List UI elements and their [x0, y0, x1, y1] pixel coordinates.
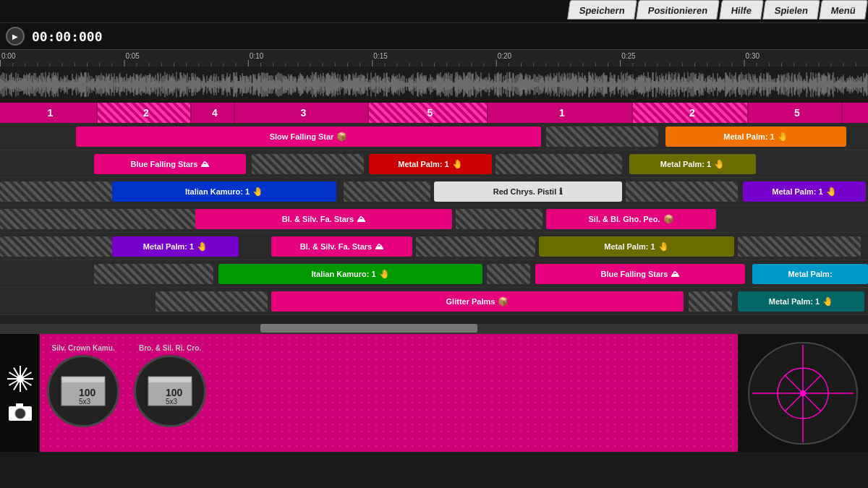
segment-2[interactable]: 2 — [633, 103, 749, 123]
positionieren-button[interactable]: Positionieren — [636, 0, 720, 20]
svg-point-14 — [15, 408, 25, 419]
track-clip-3-3[interactable]: Sil. & Bl. Gho. Peo.📦 — [546, 209, 716, 229]
clip-icon-0-0: 📦 — [336, 132, 347, 142]
svg-rect-15 — [16, 403, 23, 408]
track-clip-3-0[interactable] — [0, 209, 195, 229]
play-button[interactable]: ▶ — [6, 27, 25, 46]
track-clip-1-2[interactable]: Metal Palm: 1🤚 — [369, 154, 492, 174]
clip-icon-6-3: 🤚 — [822, 296, 833, 307]
clip-icon-4-2: ⛰ — [375, 241, 383, 252]
starburst-svg — [6, 364, 35, 393]
track-row-5: Italian Kamuro: 1🤚Blue Falling Stars⛰Met… — [0, 260, 868, 288]
track-clip-6-0[interactable] — [156, 291, 268, 312]
clip-icon-2-5: 🤚 — [826, 187, 837, 197]
track-clip-5-2[interactable] — [487, 264, 530, 284]
clip-icon-3-1: ⛰ — [357, 214, 365, 224]
h-scrollbar[interactable] — [0, 324, 868, 333]
track-row-2: Italian Kamuro: 1🤚Red Chrys. PistilℹMeta… — [0, 178, 868, 205]
camera-svg — [7, 401, 33, 422]
track-clip-4-3[interactable] — [416, 236, 535, 257]
clip-icon-6-1: 📦 — [498, 296, 509, 307]
track-clip-1-0[interactable]: Blue Falling Stars⛰ — [94, 154, 246, 174]
track-clip-5-3[interactable]: Blue Falling Stars⛰ — [535, 264, 745, 284]
track-clip-1-1[interactable] — [252, 154, 364, 174]
bottom-center: Silv. Crown Kamu.Bro. & Sil. Ri. Cro. — [40, 334, 738, 452]
clip-icon-1-2: 🤚 — [452, 159, 463, 169]
segment-1[interactable]: 1 — [0, 103, 98, 123]
top-nav: SpeichernPositionierenHilfeSpielenMenü — [569, 0, 868, 20]
clip-icon-4-1: 🤚 — [197, 241, 208, 252]
track-row-6: Glitter Palms📦Metal Palm: 1🤚 — [0, 288, 868, 315]
timecode-display: 00:00:000 — [32, 29, 103, 44]
menu-button[interactable]: Menü — [819, 0, 868, 20]
segment-3[interactable]: 3 — [235, 103, 369, 123]
spielen-button[interactable]: Spielen — [762, 0, 820, 20]
track-clip-4-0[interactable] — [0, 236, 112, 257]
segment-4[interactable]: 4 — [192, 103, 235, 123]
speichern-button[interactable]: Speichern — [568, 0, 638, 20]
track-clip-3-1[interactable]: Bl. & Silv. Fa. Stars⛰ — [195, 209, 452, 229]
clip-icon-2-1: 🤚 — [252, 187, 263, 197]
track-clip-2-1[interactable]: Italian Kamuro: 1🤚 — [112, 181, 336, 202]
firework-label-1: Bro. & Sil. Ri. Cro. — [139, 344, 201, 352]
track-clip-1-4[interactable]: Metal Palm: 1🤚 — [629, 154, 756, 174]
hilfe-button[interactable]: Hilfe — [719, 0, 764, 20]
firework-circle-1[interactable] — [134, 355, 206, 427]
track-clip-5-0[interactable] — [94, 264, 213, 284]
clip-icon-0-2: 🤚 — [778, 132, 788, 142]
track-row-0: Slow Falling Star📦Metal Palm: 1🤚 — [0, 123, 868, 150]
bottom-right — [738, 334, 868, 452]
title-bar: SpeichernPositionierenHilfeSpielenMenü — [0, 0, 868, 23]
bottom-panel: Silv. Crown Kamu.Bro. & Sil. Ri. Cro. — [0, 333, 868, 452]
segment-1[interactable]: 1 — [488, 103, 633, 123]
track-clip-1-3[interactable] — [495, 154, 622, 174]
clip-icon-5-3: ⛰ — [671, 269, 679, 279]
segment-2[interactable]: 2 — [98, 103, 192, 123]
track-row-4: Metal Palm: 1🤚Bl. & Silv. Fa. Stars⛰Meta… — [0, 233, 868, 260]
clip-icon-1-4: 🤚 — [714, 159, 725, 169]
playback-bar: ▶ 00:00:000 — [0, 23, 868, 49]
track-clip-6-3[interactable]: Metal Palm: 1🤚 — [738, 291, 864, 312]
track-clip-2-5[interactable]: Metal Palm: 1🤚 — [743, 181, 866, 202]
track-clip-6-1[interactable]: Glitter Palms📦 — [271, 291, 684, 312]
clip-icon-3-3: 📦 — [663, 214, 674, 224]
segment-5[interactable]: 5 — [749, 103, 843, 123]
clip-icon-1-0: ⛰ — [200, 159, 209, 169]
waveform — [0, 67, 868, 103]
svg-point-12 — [17, 375, 24, 382]
track-clip-3-2[interactable] — [456, 209, 542, 229]
track-clip-0-0[interactable]: Slow Falling Star📦 — [76, 127, 541, 147]
track-clip-2-2[interactable] — [344, 181, 430, 202]
track-clip-5-1[interactable]: Italian Kamuro: 1🤚 — [218, 264, 482, 284]
track-clip-2-3[interactable]: Red Chrys. Pistilℹ — [434, 181, 622, 202]
track-row-3: Bl. & Silv. Fa. Stars⛰Sil. & Bl. Gho. Pe… — [0, 205, 868, 233]
track-clip-4-4[interactable]: Metal Palm: 1🤚 — [539, 236, 734, 257]
track-row-1: Blue Falling Stars⛰Metal Palm: 1🤚Metal P… — [0, 150, 868, 178]
tracks-container[interactable]: Slow Falling Star📦Metal Palm: 1🤚Blue Fal… — [0, 123, 868, 324]
track-clip-4-1[interactable]: Metal Palm: 1🤚 — [112, 236, 239, 257]
h-scrollbar-thumb[interactable] — [260, 324, 477, 333]
track-clip-5-4[interactable]: Metal Palm: — [752, 264, 868, 284]
track-clip-0-2[interactable]: Metal Palm: 1🤚 — [665, 127, 846, 147]
timeline-ruler — [0, 49, 868, 67]
clip-icon-4-4: 🤚 — [658, 241, 669, 252]
segment-bar: 12435125 — [0, 103, 868, 123]
bottom-left — [0, 334, 40, 452]
segment-5[interactable]: 5 — [369, 103, 488, 123]
firework-label-0: Silv. Crown Kamu. — [51, 344, 114, 352]
firework-circle-0[interactable] — [47, 355, 119, 427]
track-clip-2-4[interactable] — [626, 181, 738, 202]
firework-item-0: Silv. Crown Kamu. — [47, 341, 119, 427]
clip-icon-5-1: 🤚 — [379, 269, 390, 279]
firework-item-1: Bro. & Sil. Ri. Cro. — [134, 341, 206, 427]
track-clip-4-2[interactable]: Bl. & Silv. Fa. Stars⛰ — [271, 236, 412, 257]
track-clip-0-1[interactable] — [546, 127, 658, 147]
clip-icon-2-3: ℹ — [559, 187, 563, 197]
track-clip-6-2[interactable] — [689, 291, 732, 312]
track-clip-4-5[interactable] — [738, 236, 861, 257]
track-clip-2-0[interactable] — [0, 181, 112, 202]
